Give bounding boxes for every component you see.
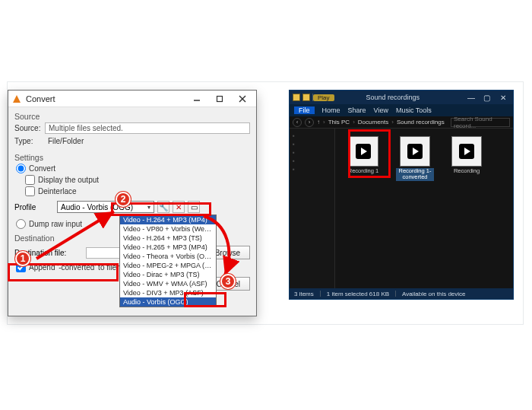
file-name: Recording 1: [348, 168, 378, 174]
settings-section: Settings: [14, 153, 250, 162]
folder-icon: [302, 94, 310, 101]
profile-option[interactable]: Video - WMV + WMA (ASF): [120, 279, 216, 288]
profile-option[interactable]: Video - DIV3 + MP3 (ASF): [120, 288, 216, 297]
back-button[interactable]: ‹: [293, 118, 302, 127]
profile-select[interactable]: Audio - Vorbis (OGG) ▾: [57, 201, 154, 213]
type-value: [45, 135, 250, 147]
new-icon: ▭: [191, 203, 198, 211]
breadcrumb[interactable]: Sound recordings: [397, 119, 445, 126]
deinterlace-input[interactable]: [25, 186, 35, 196]
sidebar-node[interactable]: ▪: [291, 157, 333, 165]
explorer-address-bar: ‹ › ↑ › This PC › Documents › Sound reco…: [290, 116, 513, 129]
status-availability: Available on this device: [402, 291, 465, 297]
deinterlace-checkbox[interactable]: Deinterlace: [25, 186, 250, 196]
play-context-tab[interactable]: Play: [313, 94, 334, 101]
convert-radio-input[interactable]: [16, 164, 26, 173]
wrench-icon: 🔧: [159, 203, 168, 211]
search-placeholder: Search Sound record...: [454, 116, 507, 129]
tab-file[interactable]: File: [294, 106, 315, 114]
convert-radio[interactable]: Convert: [16, 164, 250, 173]
sidebar-node[interactable]: ▪: [291, 148, 333, 157]
profile-option[interactable]: Video - H.265 + MP3 (MP4): [120, 243, 216, 252]
profile-option[interactable]: Video - MPEG-2 + MPGA (TS): [120, 261, 216, 270]
file-item[interactable]: Recording 1: [344, 136, 382, 174]
sidebar-node[interactable]: ▪: [291, 140, 333, 148]
delete-icon: ✕: [176, 203, 182, 211]
profile-option[interactable]: Video - VP80 + Vorbis (Webm): [120, 224, 216, 234]
step-badge-1: 1: [15, 251, 30, 266]
explorer-window: Play Sound recordings — ▢ ✕ File Home Sh…: [289, 90, 514, 300]
vlc-title: Convert: [26, 94, 55, 103]
profile-dropdown-list[interactable]: Video - H.264 + MP3 (MP4) Video - VP80 +…: [119, 215, 217, 307]
file-name: Recording 1-converted: [396, 168, 434, 181]
svg-rect-1: [217, 96, 223, 101]
sidebar-node[interactable]: ▪: [291, 132, 333, 140]
display-output-checkbox[interactable]: Display the output: [25, 175, 250, 185]
profile-new-button[interactable]: ▭: [188, 201, 200, 213]
profile-edit-button[interactable]: 🔧: [157, 201, 169, 213]
file-item[interactable]: Recording: [448, 136, 486, 174]
dump-raw-input[interactable]: [16, 219, 26, 229]
explorer-content[interactable]: Recording 1 Recording 1-converted Record…: [335, 129, 513, 288]
maximize-button[interactable]: [209, 92, 230, 106]
explorer-titlebar[interactable]: Play Sound recordings — ▢ ✕: [290, 91, 513, 104]
maximize-button[interactable]: ▢: [480, 93, 494, 102]
explorer-sidebar[interactable]: ▪ ▪ ▪ ▪ ▪: [290, 129, 335, 288]
up-button[interactable]: ↑: [317, 119, 320, 126]
source-label: Source:: [14, 124, 45, 132]
step-badge-2: 2: [116, 192, 131, 207]
profile-option[interactable]: Audio - Vorbis (OGG): [120, 297, 216, 307]
minimize-button[interactable]: —: [464, 93, 478, 102]
file-thumbnail: [451, 136, 482, 167]
explorer-title: Sound recordings: [366, 94, 420, 101]
profile-option[interactable]: Video - H.264 + MP3 (TS): [120, 234, 216, 243]
source-section: Source: [14, 112, 250, 121]
minimize-button[interactable]: [186, 92, 207, 106]
profile-option[interactable]: Video - Dirac + MP3 (TS): [120, 270, 216, 279]
breadcrumb[interactable]: This PC: [328, 119, 350, 126]
vlc-cone-icon: [11, 94, 22, 104]
status-selection: 1 item selected 618 KB: [327, 291, 389, 297]
vlc-convert-dialog: Convert Source Source: Type: Settings Co…: [8, 90, 257, 316]
file-thumbnail: [348, 136, 378, 167]
tab-view[interactable]: View: [374, 106, 388, 114]
source-input[interactable]: [45, 122, 250, 134]
tab-music-tools[interactable]: Music Tools: [396, 106, 432, 114]
file-thumbnail: [400, 136, 430, 167]
play-icon: [459, 144, 474, 159]
status-item-count: 3 items: [294, 291, 314, 297]
close-button[interactable]: [232, 92, 253, 106]
tab-home[interactable]: Home: [322, 106, 340, 114]
explorer-status-bar: 3 items 1 item selected 618 KB Available…: [290, 288, 513, 299]
tab-share[interactable]: Share: [348, 106, 366, 114]
profile-delete-button[interactable]: ✕: [173, 201, 185, 213]
step-badge-3: 3: [220, 274, 236, 289]
profile-option[interactable]: Video - Theora + Vorbis (OGG): [120, 252, 216, 261]
profile-option[interactable]: Video - H.264 + MP3 (MP4): [120, 215, 216, 224]
search-input[interactable]: Search Sound record...: [451, 118, 510, 127]
forward-button[interactable]: ›: [305, 118, 314, 127]
file-name: Recording: [454, 168, 480, 174]
file-item[interactable]: Recording 1-converted: [396, 136, 434, 181]
folder-icon: [293, 94, 300, 101]
display-output-input[interactable]: [25, 175, 35, 185]
vlc-titlebar[interactable]: Convert: [8, 91, 256, 107]
chevron-down-icon: ▾: [147, 204, 150, 211]
play-icon: [356, 144, 371, 159]
profile-label: Profile: [14, 203, 54, 211]
sidebar-node[interactable]: ▪: [291, 165, 333, 173]
breadcrumb[interactable]: Documents: [358, 119, 388, 126]
type-label: Type:: [14, 137, 45, 145]
play-icon: [407, 144, 423, 159]
close-button[interactable]: ✕: [496, 93, 510, 102]
